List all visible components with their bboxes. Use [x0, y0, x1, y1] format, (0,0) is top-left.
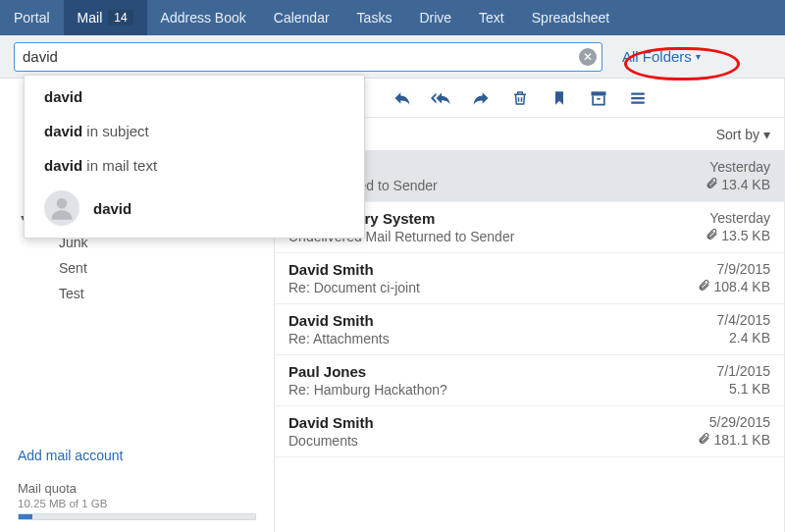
mail-quota-value: 10.25 MB of 1 GB [18, 498, 256, 509]
message-row[interactable]: Paul JonesRe: Hamburg Hackathon?7/1/2015… [275, 355, 784, 406]
svg-rect-1 [592, 91, 606, 95]
sidebar-item-sent[interactable]: Sent [16, 255, 274, 281]
search-autocomplete: david david in subject david in mail tex… [24, 75, 365, 239]
message-size: 181.1 KB [698, 432, 770, 448]
avatar-placeholder-icon [44, 190, 79, 226]
attachment-icon [698, 432, 710, 448]
mail-unread-badge: 14 [108, 10, 132, 26]
message-size: 13.5 KB [706, 228, 770, 243]
search-input[interactable] [14, 42, 602, 72]
sidebar-item-test[interactable]: Test [16, 281, 274, 306]
message-row[interactable]: David SmithRe: Attachments7/4/20152.4 KB [275, 304, 784, 355]
message-size: 13.4 KB [706, 177, 770, 192]
message-date: 5/29/2015 [698, 414, 770, 430]
message-date: Yesterday [706, 159, 770, 175]
nav-tab-address-book[interactable]: Address Book [147, 0, 260, 35]
reply-all-button[interactable] [422, 79, 461, 118]
mail-quota-bar [18, 513, 256, 520]
message-row[interactable]: David SmithRe: Document ci-joint7/9/2015… [275, 253, 784, 304]
search-wrap: ✕ [14, 42, 602, 72]
caret-down-icon: ▾ [696, 51, 701, 62]
autocomplete-item[interactable]: david in mail text [25, 148, 364, 183]
top-nav: Portal Mail 14 Address Book Calendar Tas… [0, 0, 785, 35]
clear-search-icon[interactable]: ✕ [579, 48, 597, 66]
message-sender: David Smith [288, 312, 707, 329]
nav-tab-mail[interactable]: Mail 14 [64, 0, 147, 35]
sort-by-dropdown[interactable]: Sort by ▾ [716, 127, 770, 142]
flag-button[interactable] [540, 79, 579, 118]
message-sender: David Smith [288, 414, 688, 431]
message-sender: Paul Jones [288, 363, 707, 380]
attachment-icon [706, 177, 718, 192]
archive-button[interactable] [579, 79, 618, 118]
autocomplete-contact[interactable]: david [25, 183, 364, 234]
nav-tab-text[interactable]: Text [465, 0, 518, 35]
message-subject: Re: Document ci-joint [288, 280, 688, 295]
message-size: 108.4 KB [698, 279, 770, 294]
search-scope-label: All Folders [622, 48, 692, 65]
reply-button[interactable] [383, 79, 422, 118]
message-date: 7/9/2015 [698, 261, 770, 277]
nav-tab-portal[interactable]: Portal [0, 0, 64, 35]
forward-button[interactable] [461, 79, 500, 118]
message-date: 7/4/2015 [717, 312, 771, 328]
nav-tab-drive[interactable]: Drive [405, 0, 465, 35]
attachment-icon [706, 228, 718, 243]
nav-tab-spreadsheet[interactable]: Spreadsheet [518, 0, 623, 35]
caret-down-icon: ▾ [763, 127, 770, 142]
mail-quota-fill [19, 514, 32, 519]
svg-point-0 [57, 198, 68, 209]
message-date: Yesterday [706, 210, 770, 226]
autocomplete-item[interactable]: david in subject [25, 114, 364, 148]
sidebar-footer: Add mail account Mail quota 10.25 MB of … [0, 430, 274, 532]
search-bar: ✕ All Folders ▾ [0, 35, 785, 79]
message-subject: Re: Hamburg Hackathon? [288, 382, 707, 398]
autocomplete-contact-name: david [93, 200, 131, 217]
attachment-icon [698, 279, 710, 294]
message-subject: Documents [288, 433, 688, 449]
message-row[interactable]: David SmithDocuments5/29/2015181.1 KB [275, 406, 784, 457]
search-scope-dropdown[interactable]: All Folders ▾ [622, 48, 701, 65]
message-subject: Re: Attachments [288, 331, 707, 346]
hamburger-menu-button[interactable] [618, 79, 657, 118]
message-size: 2.4 KB [717, 330, 771, 346]
delete-button[interactable] [500, 79, 540, 118]
nav-tab-tasks[interactable]: Tasks [343, 0, 406, 35]
message-sender: David Smith [288, 261, 688, 278]
nav-tab-calendar[interactable]: Calendar [260, 0, 343, 35]
add-mail-account-link[interactable]: Add mail account [18, 448, 256, 463]
mail-quota-label: Mail quota [18, 481, 256, 496]
autocomplete-item[interactable]: david [25, 80, 364, 114]
message-date: 7/1/2015 [717, 363, 771, 379]
message-size: 5.1 KB [717, 381, 771, 397]
